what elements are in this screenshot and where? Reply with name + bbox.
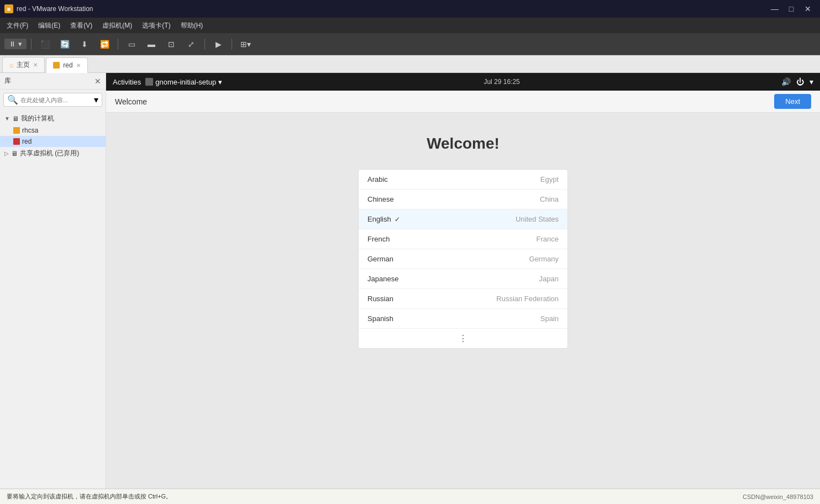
toolbar-btn-3[interactable]: ⬇ xyxy=(76,36,93,52)
lang-country-french: France xyxy=(537,235,559,243)
pause-icon: ⏸ xyxy=(9,40,16,48)
sidebar-header: 库 ✕ xyxy=(0,73,106,90)
tabbar: ⌂ 主页 ✕ red ✕ xyxy=(0,55,820,73)
lang-name-english: English ✓ xyxy=(367,215,400,223)
gnome-topbar: Activities gnome-initial-setup ▾ Jul 29 … xyxy=(106,73,820,91)
lang-row-arabic[interactable]: Arabic Egypt xyxy=(359,170,567,190)
gnome-datetime: Jul 29 16:25 xyxy=(483,78,519,86)
gnome-topbar-left: Activities gnome-initial-setup ▾ xyxy=(113,78,222,86)
menu-help[interactable]: 帮助(H) xyxy=(176,20,208,32)
titlebar-title: red - VMware Workstation xyxy=(17,5,93,13)
gnome-app-icon xyxy=(145,78,153,86)
tab-red-label: red xyxy=(63,61,72,69)
toolbar-btn-10[interactable]: ⊞▾ xyxy=(236,36,254,52)
lang-row-japanese[interactable]: Japanese Japan xyxy=(359,269,567,289)
expand-icon-mypc: ▼ xyxy=(4,116,10,122)
lang-row-chinese[interactable]: Chinese China xyxy=(359,190,567,209)
gnome-app-dropdown-icon: ▾ xyxy=(218,78,222,86)
gnome-power-icon[interactable]: ⏻ xyxy=(796,77,804,86)
sidebar: 库 ✕ 🔍 ▾ ▼ 🖥 我的计算机 rhcsa red ▷ xyxy=(0,73,106,489)
search-dropdown-icon[interactable]: ▾ xyxy=(94,95,98,105)
vm-icon-red xyxy=(13,138,20,145)
gnome-activities-button[interactable]: Activities xyxy=(113,78,141,86)
titlebar-controls: — □ ✕ xyxy=(767,3,816,15)
sidebar-search[interactable]: 🔍 ▾ xyxy=(3,93,102,107)
toolbar-btn-4[interactable]: 🔁 xyxy=(96,36,113,52)
main-layout: 库 ✕ 🔍 ▾ ▼ 🖥 我的计算机 rhcsa red ▷ xyxy=(0,73,820,489)
shared-icon: 🖥 xyxy=(11,150,18,158)
lang-name-french: French xyxy=(367,235,390,243)
toolbar-btn-5[interactable]: ▭ xyxy=(123,36,140,52)
home-icon: ⌂ xyxy=(9,61,13,69)
tree-item-rhcsa[interactable]: rhcsa xyxy=(0,125,106,136)
tree-item-shared[interactable]: ▷ 🖥 共享虚拟机 (已弃用) xyxy=(0,147,106,160)
lang-country-spanish: Spain xyxy=(540,314,559,323)
toolbar-separator-3 xyxy=(204,39,205,50)
next-button[interactable]: Next xyxy=(774,94,811,109)
tree-item-red[interactable]: red xyxy=(0,136,106,147)
titlebar-left: ▣ red - VMware Workstation xyxy=(4,4,93,13)
pause-button[interactable]: ⏸ ▾ xyxy=(4,39,27,49)
lang-country-chinese: China xyxy=(540,195,559,203)
toolbar-separator-1 xyxy=(31,39,31,50)
toolbar-btn-6[interactable]: ▬ xyxy=(143,36,160,52)
statusbar-watermark: CSDN@weixin_48978103 xyxy=(743,494,813,500)
welcome-header-title: Welcome xyxy=(115,97,147,106)
tab-home[interactable]: ⌂ 主页 ✕ xyxy=(2,57,45,72)
menu-edit[interactable]: 编辑(E) xyxy=(34,20,65,32)
sidebar-close-button[interactable]: ✕ xyxy=(94,77,101,86)
language-list: Arabic Egypt Chinese China English ✓ Uni… xyxy=(358,169,568,349)
minimize-button[interactable]: — xyxy=(767,3,782,15)
lang-row-french[interactable]: French France xyxy=(359,229,567,249)
menu-tab[interactable]: 选项卡(T) xyxy=(138,20,175,32)
search-input[interactable] xyxy=(20,97,92,103)
gnome-topbar-right: 🔊 ⏻ ▾ xyxy=(781,77,813,86)
pc-icon: 🖥 xyxy=(12,115,19,123)
tab-red-close[interactable]: ✕ xyxy=(76,62,81,69)
menu-file[interactable]: 文件(F) xyxy=(2,20,33,32)
lang-country-japanese: Japan xyxy=(539,275,559,283)
search-icon: 🔍 xyxy=(7,95,18,105)
gnome-settings-icon[interactable]: ▾ xyxy=(810,77,813,86)
gnome-app-menu[interactable]: gnome-initial-setup ▾ xyxy=(145,78,222,86)
statusbar: 要将输入定向到该虚拟机，请在虚拟机内部单击或按 Ctrl+G。 CSDN@wei… xyxy=(0,489,820,504)
maximize-button[interactable]: □ xyxy=(784,3,799,15)
vm-icon-rhcsa xyxy=(13,127,20,134)
welcome-content: Welcome! Arabic Egypt Chinese China Engl… xyxy=(106,113,820,489)
menubar: 文件(F) 编辑(E) 查看(V) 虚拟机(M) 选项卡(T) 帮助(H) xyxy=(0,18,820,33)
lang-country-german: Germany xyxy=(529,255,559,263)
gnome-sound-icon[interactable]: 🔊 xyxy=(781,77,791,86)
toolbar-btn-2[interactable]: 🔄 xyxy=(56,36,73,52)
close-button[interactable]: ✕ xyxy=(800,3,816,15)
lang-row-spanish[interactable]: Spanish Spain xyxy=(359,309,567,329)
lang-row-german[interactable]: German Germany xyxy=(359,249,567,269)
lang-country-russian: Russian Federation xyxy=(496,295,559,303)
toolbar-btn-7[interactable]: ⊡ xyxy=(162,36,180,52)
lang-more-button[interactable]: ⋮ xyxy=(359,329,567,348)
tab-red[interactable]: red ✕ xyxy=(46,57,87,73)
toolbar-separator-2 xyxy=(118,39,118,50)
toolbar-btn-9[interactable]: ▶ xyxy=(209,36,227,52)
toolbar-btn-1[interactable]: ⬛ xyxy=(36,36,54,52)
tree-label-red: red xyxy=(22,138,31,145)
sidebar-title: 库 xyxy=(4,76,11,86)
tree-label-shared: 共享虚拟机 (已弃用) xyxy=(20,149,79,158)
menu-vm[interactable]: 虚拟机(M) xyxy=(98,20,136,32)
menu-view[interactable]: 查看(V) xyxy=(66,20,97,32)
tree-label-rhcsa: rhcsa xyxy=(22,127,38,134)
tab-home-close[interactable]: ✕ xyxy=(33,62,38,68)
lang-country-arabic: Egypt xyxy=(540,175,559,183)
lang-name-spanish: Spanish xyxy=(367,314,393,323)
tree-item-mypc[interactable]: ▼ 🖥 我的计算机 xyxy=(0,112,106,125)
sidebar-tree: ▼ 🖥 我的计算机 rhcsa red ▷ 🖥 共享虚拟机 (已弃用) xyxy=(0,110,106,162)
toolbar-separator-4 xyxy=(232,39,232,50)
lang-row-english[interactable]: English ✓ United States xyxy=(359,209,567,229)
app-icon: ▣ xyxy=(4,4,13,13)
toolbar-btn-8[interactable]: ⤢ xyxy=(182,36,200,52)
lang-country-english: United States xyxy=(516,215,559,223)
tab-home-label: 主页 xyxy=(17,60,30,70)
lang-check-english: ✓ xyxy=(395,216,400,223)
titlebar: ▣ red - VMware Workstation — □ ✕ xyxy=(0,0,820,18)
lang-row-russian[interactable]: Russian Russian Federation xyxy=(359,289,567,309)
tree-label-mypc: 我的计算机 xyxy=(21,114,54,123)
